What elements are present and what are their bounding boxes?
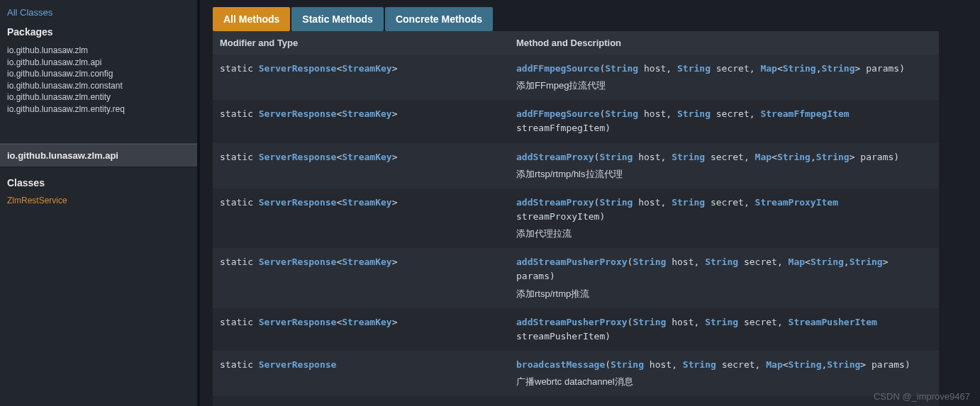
method-name[interactable]: addFFmpegSource (516, 63, 599, 74)
class-list: ZlmRestService (7, 196, 190, 205)
package-link[interactable]: io.github.lunasaw.zlm.constant (7, 80, 190, 92)
method-desc: 添加rtsp/rtmp/hls拉流代理 (516, 167, 932, 181)
table-row: static ServerResponse<StreamKey>addStrea… (213, 248, 939, 308)
package-link[interactable]: io.github.lunasaw.zlm.config (7, 68, 190, 80)
package-link[interactable]: io.github.lunasaw.zlm.api (7, 57, 190, 69)
tab-all-methods[interactable]: All Methods (213, 7, 290, 31)
packages-title: Packages (7, 26, 190, 38)
method-name[interactable]: addStreamProxy (516, 197, 594, 208)
method-name[interactable]: broadcastMessage (516, 359, 605, 370)
method-tabs: All Methods Static Methods Concrete Meth… (213, 7, 980, 31)
table-row: static ServerResponse<StreamKey>addStrea… (213, 308, 939, 351)
main-panel: All Methods Static Methods Concrete Meth… (200, 0, 980, 406)
current-package[interactable]: io.github.lunasaw.zlm.api (0, 144, 197, 167)
classes-title: Classes (7, 177, 190, 188)
package-link[interactable]: io.github.lunasaw.zlm.entity (7, 91, 190, 103)
table-row: static ServerResponse<StreamKey>addFFmpe… (213, 55, 939, 100)
method-desc: 广播webrtc datachannel消息 (516, 375, 932, 389)
table-row: static ServerResponsecloseRtpServer(Stri… (213, 396, 939, 406)
tab-static-methods[interactable]: Static Methods (291, 7, 384, 31)
package-link[interactable]: io.github.lunasaw.zlm.entity.req (7, 103, 190, 115)
method-name[interactable]: addStreamPusherProxy (516, 317, 628, 327)
col-method: Method and Description (509, 31, 939, 55)
package-link[interactable]: io.github.lunasaw.zlm (7, 45, 190, 57)
method-name[interactable]: addStreamPusherProxy (516, 256, 628, 267)
col-modifier: Modifier and Type (213, 31, 509, 55)
table-row: static ServerResponse<StreamKey>addFFmpe… (213, 100, 939, 142)
tab-concrete-methods[interactable]: Concrete Methods (385, 7, 493, 31)
all-classes-link[interactable]: All Classes (7, 7, 190, 18)
method-name[interactable]: addFFmpegSource (516, 108, 599, 119)
package-list: io.github.lunasaw.zlmio.github.lunasaw.z… (7, 45, 190, 115)
watermark: CSDN @_improve9467 (874, 391, 970, 402)
method-name[interactable]: addStreamProxy (516, 152, 594, 162)
table-row: static ServerResponsebroadcastMessage(St… (213, 351, 939, 396)
table-row: static ServerResponse<StreamKey>addStrea… (213, 143, 939, 188)
methods-table: Modifier and Type Method and Description… (213, 31, 939, 406)
method-desc: 添加rtsp/rtmp推流 (516, 287, 932, 301)
table-row: static ServerResponse<StreamKey>addStrea… (213, 188, 939, 248)
method-desc: 添加FFmpeg拉流代理 (516, 79, 932, 93)
sidebar: All Classes Packages io.github.lunasaw.z… (0, 0, 200, 406)
method-desc: 添加代理拉流 (516, 227, 932, 241)
class-link[interactable]: ZlmRestService (7, 196, 190, 205)
